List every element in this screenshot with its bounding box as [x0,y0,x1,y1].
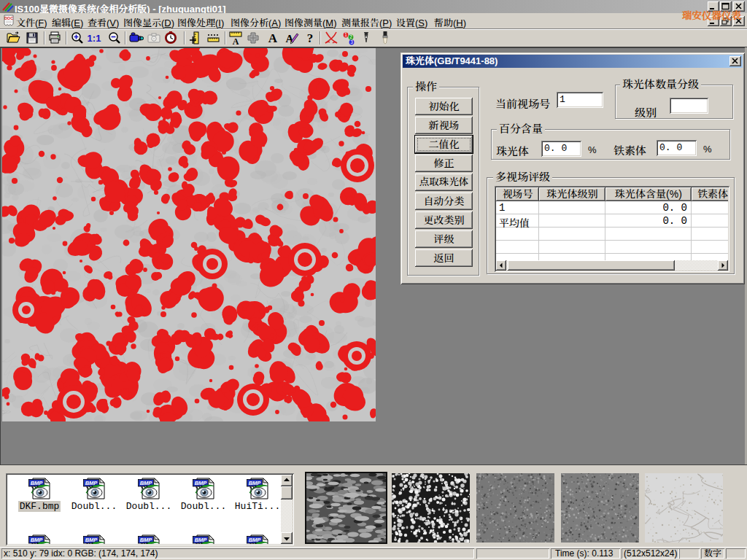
svg-text:1: 1 [344,32,347,37]
svg-text:DOC: DOC [4,16,13,20]
svg-text:A: A [233,36,239,46]
svg-text:1:1: 1:1 [88,33,101,44]
svg-text:3: 3 [350,39,353,44]
svg-text:?: ? [307,31,314,45]
svg-text:2: 2 [349,34,352,39]
svg-text:A: A [268,31,278,45]
